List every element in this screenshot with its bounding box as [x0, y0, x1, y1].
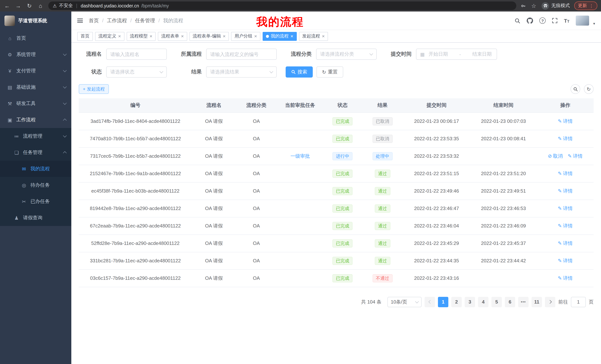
plus-icon: + [83, 86, 85, 92]
sidebar-item-my-process[interactable]: ✉ 我的流程 [0, 161, 71, 177]
close-icon[interactable]: × [290, 34, 293, 38]
address-bar[interactable]: ⚠ 不安全 dashboard.yudao.iocoder.cn/bpm/tas… [48, 1, 516, 10]
sidebar-item-home[interactable]: ⌂ 首页 [0, 30, 71, 46]
status-select[interactable]: 请选择状态 [106, 67, 167, 77]
more-pages-button[interactable]: ••• [518, 297, 529, 307]
sidebar-item-system-management[interactable]: ⚙ 系统管理 [0, 46, 71, 63]
sidebar-item-infrastructure[interactable]: ▤ 基础设施 [0, 79, 71, 95]
detail-action[interactable]: ✎详情 [558, 170, 573, 177]
detail-action[interactable]: ✎详情 [568, 153, 583, 159]
page-button-4[interactable]: 4 [478, 297, 489, 307]
tab-process-definition[interactable]: 流程定义 × [95, 32, 124, 41]
breadcrumb-separator: / [130, 18, 132, 23]
detail-action[interactable]: ✎详情 [558, 188, 573, 194]
status-badge: 已完成 [333, 274, 353, 282]
sidebar-item-label: 已办任务 [30, 198, 50, 205]
page-button-2[interactable]: 2 [451, 297, 462, 307]
page-size-select[interactable]: 10条/页 [387, 297, 421, 307]
back-icon[interactable]: ← [4, 3, 10, 9]
edit-icon: ✎ [568, 153, 572, 159]
close-icon[interactable]: × [322, 34, 325, 38]
sidebar-item-leave-query[interactable]: ♟ 请假查询 [0, 210, 71, 226]
update-button[interactable]: 更新 ⋮ [574, 1, 597, 10]
submit-time-label: 提交时间 [386, 51, 411, 57]
detail-action[interactable]: ✎详情 [558, 205, 573, 212]
edit-icon: ✎ [558, 258, 562, 263]
page-button-3[interactable]: 3 [465, 297, 475, 307]
sidebar-item-payment-management[interactable]: ¥ 支付管理 [0, 63, 71, 79]
cancel-action[interactable]: ⊘取消 [548, 153, 563, 159]
search-icon[interactable] [515, 18, 521, 24]
breadcrumb-item[interactable]: 工作流程 [107, 17, 127, 24]
bookmark-star-icon[interactable]: ☆ [531, 2, 537, 9]
cell-submit-time: 2022-01-22 23:53:32 [403, 147, 470, 165]
chevron-down-icon[interactable]: ▾ [593, 21, 595, 26]
sidebar-item-done-tasks[interactable]: ✂ 已办任务 [0, 193, 71, 210]
tab-user-group[interactable]: 用户分组 × [231, 32, 260, 41]
sidebar-collapse-icon[interactable] [77, 19, 83, 23]
sidebar-item-process-management[interactable]: ≔ 流程管理 [0, 128, 71, 144]
prev-page-button[interactable] [425, 297, 435, 307]
password-key-icon[interactable] [521, 3, 526, 8]
detail-action[interactable]: ✎详情 [558, 222, 573, 229]
detail-action[interactable]: ✎详情 [558, 118, 573, 125]
sidebar-item-dev-tools[interactable]: ⚒ 研发工具 [0, 95, 71, 112]
close-icon[interactable]: × [254, 34, 257, 38]
fullscreen-icon[interactable] [552, 18, 558, 23]
status-badge: 进行中 [333, 152, 353, 160]
cell-submit-time: 2022-01-22 23:46:04 [403, 217, 470, 234]
submit-time-range-picker[interactable]: ▦ 开始日期 - 结束日期 [416, 49, 497, 60]
current-task-link[interactable]: 一级审批 [290, 153, 310, 159]
tab-my-process[interactable]: 我的流程 × [263, 32, 297, 41]
app-logo-row[interactable]: 芋道管理系统 [0, 11, 71, 30]
reload-icon[interactable]: ↻ [26, 2, 33, 9]
end-date-placeholder[interactable]: 结束日期 [471, 51, 493, 57]
result-select[interactable]: 请选择流结果 [206, 67, 277, 77]
page-button-5[interactable]: 5 [491, 297, 502, 307]
page-button-6[interactable]: 6 [505, 297, 515, 307]
help-icon[interactable]: ? [540, 18, 546, 24]
parent-process-input[interactable] [206, 49, 277, 60]
sidebar-item-todo-tasks[interactable]: ◎ 待办任务 [0, 177, 71, 193]
forward-icon[interactable]: → [15, 3, 21, 9]
reset-button[interactable]: ↻ 重置 [316, 67, 343, 77]
process-category-select[interactable]: 请选择流程分类 [316, 49, 377, 60]
sidebar-item-workflow[interactable]: ▣ 工作流程 [0, 112, 71, 128]
tab-start-process[interactable]: 发起流程 × [299, 32, 328, 41]
github-icon[interactable] [527, 18, 533, 24]
font-size-icon[interactable]: TT [564, 18, 570, 24]
search-button[interactable]: 搜索 [286, 67, 313, 77]
detail-action[interactable]: ✎详情 [558, 275, 573, 281]
page-button-11[interactable]: 11 [531, 297, 542, 307]
create-process-button[interactable]: + 发起流程 [79, 84, 109, 94]
page-button-1[interactable]: 1 [438, 297, 448, 307]
tab-home[interactable]: 首页 [77, 32, 93, 41]
breadcrumb-item[interactable]: 任务管理 [135, 17, 155, 24]
sidebar-item-task-management[interactable]: ❏ 任务管理 [0, 144, 71, 161]
close-icon[interactable]: × [118, 34, 121, 38]
tab-process-model[interactable]: 流程模型 × [127, 32, 156, 41]
select-placeholder: 请选择流程分类 [320, 51, 354, 57]
security-label[interactable]: 不安全 [59, 3, 73, 9]
kebab-menu-icon[interactable]: ⋮ [589, 3, 594, 8]
goto-page-input[interactable] [571, 297, 586, 307]
start-date-placeholder[interactable]: 开始日期 [427, 51, 449, 57]
refresh-table-button[interactable]: ↻ [584, 84, 594, 94]
search-toggle-button[interactable] [571, 84, 580, 94]
close-icon[interactable]: × [181, 34, 184, 38]
home-icon[interactable]: ⌂ [37, 3, 44, 9]
close-icon[interactable]: × [150, 34, 152, 38]
tab-process-form[interactable]: 流程表单 × [158, 32, 187, 41]
detail-action[interactable]: ✎详情 [558, 240, 573, 247]
process-name-input[interactable] [106, 49, 167, 60]
tab-process-form-edit[interactable]: 流程表单-编辑 × [190, 32, 229, 41]
status-badge: 已完成 [333, 222, 353, 230]
breadcrumb-item[interactable]: 首页 [89, 17, 99, 24]
url-path: /bpm/task/my [141, 3, 169, 8]
detail-action[interactable]: ✎详情 [558, 135, 573, 142]
detail-action[interactable]: ✎详情 [558, 257, 573, 264]
close-icon[interactable]: × [223, 34, 226, 38]
avatar[interactable] [576, 16, 589, 26]
refresh-icon: ↻ [322, 69, 326, 75]
next-page-button[interactable] [545, 297, 555, 307]
